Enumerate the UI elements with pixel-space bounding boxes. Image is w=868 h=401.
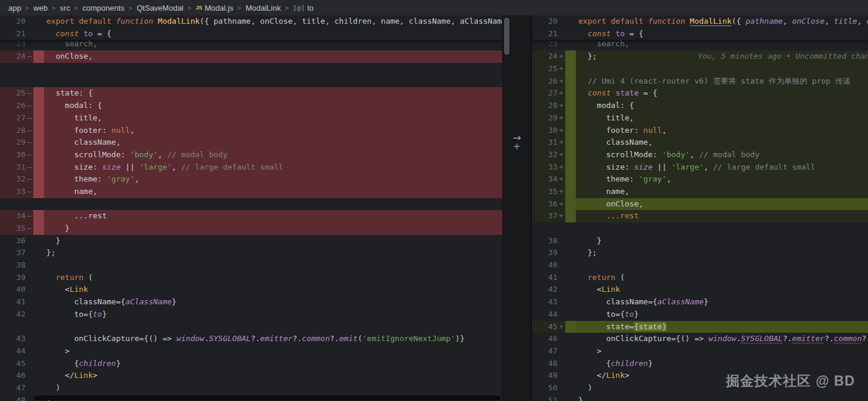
line-number-gutter[interactable]: 21 bbox=[532, 28, 565, 40]
code-line-left-45[interactable]: 45 {children} bbox=[0, 358, 502, 370]
code-line-right-24[interactable]: 24+ };You, 5 minutes ago • Uncommitted c… bbox=[532, 50, 868, 63]
diff-left-pane[interactable]: 20export default function ModalLink({ pa… bbox=[0, 15, 502, 401]
line-number-gutter[interactable]: 48 bbox=[0, 394, 33, 401]
line-number-gutter[interactable]: 49 bbox=[532, 370, 565, 382]
code-line-right-38[interactable]: 38 } bbox=[532, 235, 868, 247]
diff-right-pane[interactable]: 20export default function ModalLink({ pa… bbox=[532, 15, 868, 401]
code-line-right-37[interactable]: 37+ ...rest bbox=[532, 210, 868, 222]
code-line-right-21[interactable]: 21 const to = { bbox=[532, 28, 868, 40]
line-number-gutter[interactable]: 44 bbox=[532, 308, 565, 321]
line-number-gutter[interactable]: 38 bbox=[532, 235, 565, 247]
line-number-gutter[interactable]: 35+ bbox=[532, 186, 565, 198]
breadcrumb-item-to[interactable]: [@]to bbox=[293, 4, 314, 12]
line-number-gutter[interactable]: 42 bbox=[532, 284, 565, 296]
line-number-gutter[interactable]: 41 bbox=[532, 272, 565, 284]
line-number-gutter[interactable]: 41 bbox=[0, 296, 33, 308]
line-number-gutter[interactable]: 47 bbox=[0, 382, 33, 394]
code-line-right-39[interactable]: 39 }; bbox=[532, 247, 868, 259]
line-number-gutter[interactable]: 20 bbox=[0, 15, 33, 28]
line-number-gutter[interactable]: 50 bbox=[532, 382, 565, 394]
line-number-gutter[interactable]: 28– bbox=[0, 125, 33, 137]
code-line-right-20[interactable]: 20export default function ModalLink({ pa… bbox=[532, 15, 868, 28]
line-number-gutter[interactable]: 37 bbox=[0, 247, 33, 259]
code-line-left-34[interactable]: 34– ...rest bbox=[0, 210, 502, 222]
line-number-gutter[interactable]: 23 bbox=[0, 40, 33, 50]
code-line-left-43[interactable]: 43 onClickCapture={() => window.SYSGLOBA… bbox=[0, 333, 502, 345]
vertical-scrollbar-thumb[interactable] bbox=[504, 18, 509, 55]
horizontal-scrollbar[interactable] bbox=[34, 396, 500, 400]
line-number-gutter[interactable]: 46 bbox=[532, 333, 565, 345]
line-number-gutter[interactable]: 48 bbox=[532, 358, 565, 370]
code-line-right-43[interactable]: 43 className={aClassName} bbox=[532, 296, 868, 308]
line-number-gutter[interactable]: 45 bbox=[0, 358, 33, 370]
code-line-left-31[interactable]: 31– size: size || 'large', // large defa… bbox=[0, 161, 502, 174]
code-line-left-33[interactable]: 33– name, bbox=[0, 186, 502, 198]
code-line-right-41[interactable]: 41 return ( bbox=[532, 272, 868, 284]
line-number-gutter[interactable]: 40 bbox=[0, 284, 33, 296]
code-line-left-28[interactable]: 28– footer: null, bbox=[0, 125, 502, 137]
line-number-gutter[interactable]: 34– bbox=[0, 210, 33, 222]
code-line-right-44[interactable]: 44 to={to} bbox=[532, 308, 868, 321]
line-number-gutter[interactable]: 36+ bbox=[532, 198, 565, 211]
line-number-gutter[interactable]: 32– bbox=[0, 173, 33, 186]
line-number-gutter[interactable]: 38 bbox=[0, 259, 33, 272]
code-line-right-26[interactable]: 26+ // Umi 4 (react-router v6) 需要将 state… bbox=[532, 75, 868, 88]
code-line-left-20[interactable]: 20export default function ModalLink({ pa… bbox=[0, 15, 502, 28]
line-number-gutter[interactable]: 47 bbox=[532, 345, 565, 358]
code-line-left-26[interactable]: 26– modal: { bbox=[0, 100, 502, 112]
line-number-gutter[interactable]: 31– bbox=[0, 161, 33, 174]
breadcrumb-item-modallink[interactable]: ModalLink bbox=[246, 4, 281, 12]
code-line-left-30[interactable]: 30– scrollMode: 'body', // modal body bbox=[0, 149, 502, 161]
line-number-gutter[interactable]: 28+ bbox=[532, 100, 565, 112]
line-number-gutter[interactable]: 35– bbox=[0, 222, 33, 235]
code-line-right-33[interactable]: 33+ size: size || 'large', // large defa… bbox=[532, 161, 868, 174]
code-line-left-23[interactable]: 23 search, bbox=[0, 40, 502, 50]
line-number-gutter[interactable]: 24+ bbox=[532, 50, 565, 63]
line-number-gutter[interactable]: 33– bbox=[0, 186, 33, 198]
code-line-right-35[interactable]: 35+ name, bbox=[532, 186, 868, 198]
breadcrumb-item-web[interactable]: web bbox=[33, 4, 47, 12]
code-line-right-45[interactable]: 45+ state={state} bbox=[532, 321, 868, 333]
code-line-right-30[interactable]: 30+ footer: null, bbox=[532, 125, 868, 137]
breadcrumb-item-src[interactable]: src bbox=[60, 4, 70, 12]
apply-change-button[interactable]: → + bbox=[503, 133, 531, 151]
line-number-gutter[interactable]: 33+ bbox=[532, 161, 565, 174]
line-number-gutter[interactable]: 30– bbox=[0, 149, 33, 161]
line-number-gutter[interactable]: 42 bbox=[0, 308, 33, 321]
line-number-gutter[interactable]: 27– bbox=[0, 112, 33, 125]
line-number-gutter[interactable]: 20 bbox=[532, 15, 565, 28]
code-line-left-37[interactable]: 37}; bbox=[0, 247, 502, 259]
line-number-gutter[interactable] bbox=[0, 198, 33, 211]
code-line-left-32[interactable]: 32– theme: 'gray', bbox=[0, 173, 502, 186]
line-number-gutter[interactable]: 44 bbox=[0, 345, 33, 358]
code-line-left-21[interactable]: 21 const to = { bbox=[0, 28, 502, 40]
code-line-right-40[interactable]: 40 bbox=[532, 259, 868, 272]
line-number-gutter[interactable]: 39 bbox=[0, 272, 33, 284]
line-number-gutter[interactable]: 25+ bbox=[532, 63, 565, 75]
code-line-left-36[interactable]: 36 } bbox=[0, 235, 502, 247]
code-line-left-46[interactable]: 46 </Link> bbox=[0, 370, 502, 382]
line-number-gutter[interactable] bbox=[0, 321, 33, 333]
line-number-gutter[interactable]: 43 bbox=[0, 333, 33, 345]
line-number-gutter[interactable]: 46 bbox=[0, 370, 33, 382]
line-number-gutter[interactable]: 27+ bbox=[532, 87, 565, 100]
line-number-gutter[interactable]: 24– bbox=[0, 50, 33, 63]
line-number-gutter[interactable]: 23 bbox=[532, 40, 565, 50]
line-number-gutter[interactable] bbox=[0, 75, 33, 88]
code-line-right-29[interactable]: 29+ title, bbox=[532, 112, 868, 125]
code-line-right-28[interactable]: 28+ modal: { bbox=[532, 100, 868, 112]
code-line-right-27[interactable]: 27+ const state = { bbox=[532, 87, 868, 100]
code-line-left-38[interactable]: 38 bbox=[0, 259, 502, 272]
line-number-gutter[interactable]: 31+ bbox=[532, 136, 565, 149]
line-number-gutter[interactable]: 30+ bbox=[532, 125, 565, 137]
line-number-gutter[interactable]: 39 bbox=[532, 247, 565, 259]
code-line-left-41[interactable]: 41 className={aClassName} bbox=[0, 296, 502, 308]
code-line-right-48[interactable]: 48 {children} bbox=[532, 358, 868, 370]
line-number-gutter[interactable] bbox=[532, 222, 565, 235]
code-line-right-42[interactable]: 42 <Link bbox=[532, 284, 868, 296]
line-number-gutter[interactable]: 29+ bbox=[532, 112, 565, 125]
code-line-left-24[interactable]: 24– onClose, bbox=[0, 50, 502, 63]
breadcrumb-item-modal-js[interactable]: JSModal.js bbox=[196, 4, 233, 12]
code-line-right-31[interactable]: 31+ className, bbox=[532, 136, 868, 149]
breadcrumb-item-qtsavemodal[interactable]: QtSaveModal bbox=[137, 4, 183, 12]
